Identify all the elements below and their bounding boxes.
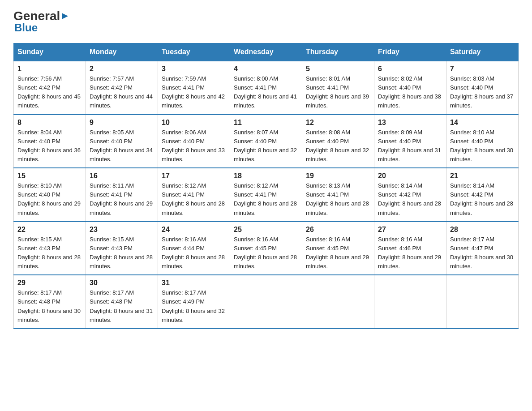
day-number: 4 [234,65,298,73]
calendar-week-row: 15Sunrise: 8:10 AMSunset: 4:40 PMDayligh… [14,168,519,222]
day-info: Sunrise: 8:16 AMSunset: 4:46 PMDaylight:… [378,236,441,270]
day-info: Sunrise: 8:17 AMSunset: 4:48 PMDaylight:… [90,289,153,323]
day-info: Sunrise: 8:11 AMSunset: 4:41 PMDaylight:… [90,182,153,216]
day-number: 19 [306,172,370,180]
day-info: Sunrise: 8:15 AMSunset: 4:43 PMDaylight:… [90,236,153,270]
calendar-cell: 31Sunrise: 8:17 AMSunset: 4:49 PMDayligh… [158,275,230,329]
calendar-cell: 7Sunrise: 8:03 AMSunset: 4:40 PMDaylight… [446,61,519,115]
day-info: Sunrise: 8:14 AMSunset: 4:42 PMDaylight:… [450,182,513,216]
day-number: 12 [306,119,370,127]
calendar-cell: 4Sunrise: 8:00 AMSunset: 4:41 PMDaylight… [230,61,302,115]
calendar-cell: 22Sunrise: 8:15 AMSunset: 4:43 PMDayligh… [14,222,86,275]
day-info: Sunrise: 8:17 AMSunset: 4:48 PMDaylight:… [17,289,81,323]
calendar-cell: 13Sunrise: 8:09 AMSunset: 4:40 PMDayligh… [374,115,446,168]
logo-arrow-icon [61,12,69,22]
day-info: Sunrise: 8:02 AMSunset: 4:40 PMDaylight:… [378,75,441,109]
calendar-cell: 10Sunrise: 8:06 AMSunset: 4:40 PMDayligh… [158,115,230,168]
day-number: 18 [234,172,298,180]
day-number: 29 [17,279,82,287]
day-info: Sunrise: 8:12 AMSunset: 4:41 PMDaylight:… [162,182,225,216]
calendar-cell: 20Sunrise: 8:14 AMSunset: 4:42 PMDayligh… [374,168,446,222]
day-number: 20 [378,172,442,180]
day-number: 6 [378,65,442,73]
day-info: Sunrise: 8:16 AMSunset: 4:45 PMDaylight:… [234,236,297,270]
day-info: Sunrise: 8:10 AMSunset: 4:40 PMDaylight:… [450,129,513,163]
calendar-cell: 25Sunrise: 8:16 AMSunset: 4:45 PMDayligh… [230,222,302,275]
calendar-cell: 8Sunrise: 8:04 AMSunset: 4:40 PMDaylight… [14,115,86,168]
weekday-header-saturday: Saturday [446,43,519,61]
day-number: 23 [90,226,154,234]
calendar-week-row: 1Sunrise: 7:56 AMSunset: 4:42 PMDaylight… [14,61,519,115]
weekday-header-wednesday: Wednesday [230,43,302,61]
weekday-header-tuesday: Tuesday [158,43,230,61]
calendar-cell: 11Sunrise: 8:07 AMSunset: 4:40 PMDayligh… [230,115,302,168]
calendar-cell: 23Sunrise: 8:15 AMSunset: 4:43 PMDayligh… [86,222,158,275]
calendar-cell: 17Sunrise: 8:12 AMSunset: 4:41 PMDayligh… [158,168,230,222]
day-info: Sunrise: 8:16 AMSunset: 4:45 PMDaylight:… [306,236,369,270]
day-info: Sunrise: 8:17 AMSunset: 4:49 PMDaylight:… [162,289,225,323]
day-number: 7 [450,65,515,73]
calendar-table: SundayMondayTuesdayWednesdayThursdayFrid… [13,43,519,329]
calendar-cell: 24Sunrise: 8:16 AMSunset: 4:44 PMDayligh… [158,222,230,275]
calendar-cell: 21Sunrise: 8:14 AMSunset: 4:42 PMDayligh… [446,168,519,222]
calendar-cell: 9Sunrise: 8:05 AMSunset: 4:40 PMDaylight… [86,115,158,168]
day-number: 9 [90,119,154,127]
day-info: Sunrise: 8:08 AMSunset: 4:40 PMDaylight:… [306,129,369,163]
calendar-week-row: 8Sunrise: 8:04 AMSunset: 4:40 PMDaylight… [14,115,519,168]
weekday-header-monday: Monday [86,43,158,61]
day-info: Sunrise: 8:09 AMSunset: 4:40 PMDaylight:… [378,129,441,163]
day-number: 15 [17,172,82,180]
calendar-cell [302,275,374,329]
day-number: 1 [17,65,82,73]
day-number: 11 [234,119,298,127]
day-number: 10 [162,119,226,127]
day-info: Sunrise: 7:59 AMSunset: 4:41 PMDaylight:… [162,75,225,109]
calendar-cell [230,275,302,329]
calendar-cell [446,275,519,329]
calendar-cell [374,275,446,329]
calendar-cell: 27Sunrise: 8:16 AMSunset: 4:46 PMDayligh… [374,222,446,275]
day-number: 14 [450,119,515,127]
day-number: 31 [162,279,226,287]
day-info: Sunrise: 8:14 AMSunset: 4:42 PMDaylight:… [378,182,441,216]
day-info: Sunrise: 8:03 AMSunset: 4:40 PMDaylight:… [450,75,513,109]
logo-blue-text: Blue [14,21,38,34]
day-number: 3 [162,65,226,73]
weekday-header-friday: Friday [374,43,446,61]
day-number: 22 [17,226,82,234]
day-number: 13 [378,119,442,127]
calendar-cell: 16Sunrise: 8:11 AMSunset: 4:41 PMDayligh… [86,168,158,222]
calendar-cell: 19Sunrise: 8:13 AMSunset: 4:41 PMDayligh… [302,168,374,222]
day-info: Sunrise: 8:10 AMSunset: 4:40 PMDaylight:… [17,182,81,216]
page-header: General Blue [13,9,519,34]
calendar-cell: 14Sunrise: 8:10 AMSunset: 4:40 PMDayligh… [446,115,519,168]
day-number: 21 [450,172,515,180]
day-info: Sunrise: 8:00 AMSunset: 4:41 PMDaylight:… [234,75,297,109]
day-number: 28 [450,226,515,234]
day-info: Sunrise: 8:05 AMSunset: 4:40 PMDaylight:… [90,129,153,163]
day-info: Sunrise: 8:04 AMSunset: 4:40 PMDaylight:… [17,129,81,163]
day-info: Sunrise: 8:13 AMSunset: 4:41 PMDaylight:… [306,182,369,216]
calendar-cell: 2Sunrise: 7:57 AMSunset: 4:42 PMDaylight… [86,61,158,115]
calendar-cell: 15Sunrise: 8:10 AMSunset: 4:40 PMDayligh… [14,168,86,222]
weekday-header-row: SundayMondayTuesdayWednesdayThursdayFrid… [14,43,519,61]
day-number: 2 [90,65,154,73]
calendar-cell: 18Sunrise: 8:12 AMSunset: 4:41 PMDayligh… [230,168,302,222]
calendar-cell: 12Sunrise: 8:08 AMSunset: 4:40 PMDayligh… [302,115,374,168]
day-number: 25 [234,226,298,234]
day-info: Sunrise: 7:57 AMSunset: 4:42 PMDaylight:… [90,75,153,109]
day-info: Sunrise: 8:15 AMSunset: 4:43 PMDaylight:… [17,236,81,270]
day-number: 27 [378,226,442,234]
svg-marker-0 [62,13,68,19]
calendar-cell: 3Sunrise: 7:59 AMSunset: 4:41 PMDaylight… [158,61,230,115]
calendar-cell: 6Sunrise: 8:02 AMSunset: 4:40 PMDaylight… [374,61,446,115]
logo: General Blue [13,9,69,34]
day-info: Sunrise: 8:17 AMSunset: 4:47 PMDaylight:… [450,236,513,270]
day-info: Sunrise: 8:06 AMSunset: 4:40 PMDaylight:… [162,129,225,163]
calendar-cell: 5Sunrise: 8:01 AMSunset: 4:41 PMDaylight… [302,61,374,115]
day-number: 26 [306,226,370,234]
weekday-header-sunday: Sunday [14,43,86,61]
calendar-week-row: 22Sunrise: 8:15 AMSunset: 4:43 PMDayligh… [14,222,519,275]
calendar-cell: 29Sunrise: 8:17 AMSunset: 4:48 PMDayligh… [14,275,86,329]
calendar-cell: 1Sunrise: 7:56 AMSunset: 4:42 PMDaylight… [14,61,86,115]
